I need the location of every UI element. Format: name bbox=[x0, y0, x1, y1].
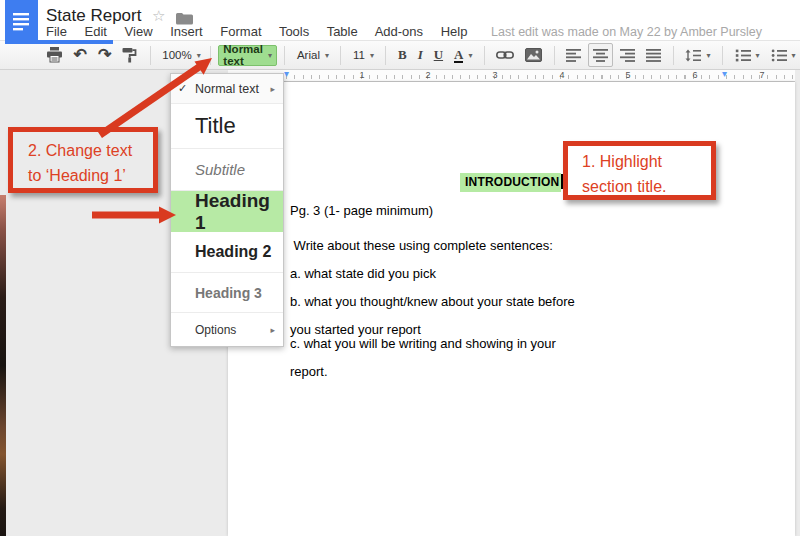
chevron-down-icon: ▾ bbox=[370, 51, 374, 60]
toolbar-separator bbox=[340, 46, 341, 65]
desktop-edge bbox=[0, 195, 6, 536]
chevron-down-icon: ▾ bbox=[706, 51, 710, 60]
ruler-number: 1 bbox=[359, 70, 364, 80]
highlighted-heading[interactable]: INTRODUCTION bbox=[460, 173, 561, 192]
ruler-number: 5 bbox=[625, 70, 630, 80]
annotation-step2: 2. Change text to ‘Heading 1’ bbox=[8, 127, 158, 193]
redo-button[interactable]: ↷ bbox=[94, 43, 115, 67]
font-family-select[interactable]: Arial ▾ bbox=[293, 43, 333, 67]
ruler-ticks bbox=[228, 75, 795, 79]
toolbar-separator bbox=[150, 46, 151, 65]
doc-text-line[interactable]: Write about these using complete sentenc… bbox=[290, 238, 553, 253]
paint-roller-icon bbox=[122, 47, 138, 63]
menu-view[interactable]: View bbox=[125, 24, 153, 39]
bold-button[interactable]: B bbox=[394, 43, 411, 67]
align-left-button[interactable] bbox=[562, 43, 585, 67]
undo-icon: ↶ bbox=[74, 47, 87, 63]
annotation-step1: 1. Highlight section title. bbox=[563, 141, 716, 200]
align-right-button[interactable] bbox=[616, 43, 639, 67]
chevron-down-icon: ▾ bbox=[325, 51, 329, 60]
line-spacing-icon bbox=[685, 49, 701, 62]
style-option-normal-text[interactable]: ✓ Normal text ▸ bbox=[171, 74, 283, 104]
chevron-down-icon: ▾ bbox=[268, 51, 272, 60]
menu-addons[interactable]: Add-ons bbox=[375, 24, 423, 39]
numbered-list-button[interactable]: ▾ bbox=[731, 43, 764, 67]
image-icon bbox=[525, 48, 542, 62]
numbered-list-icon bbox=[735, 49, 751, 62]
ruler-number: 4 bbox=[559, 70, 564, 80]
print-button[interactable] bbox=[42, 43, 67, 67]
style-option-heading1[interactable]: Heading 1 bbox=[171, 191, 283, 232]
menu-edit[interactable]: Edit bbox=[85, 24, 107, 39]
menu-tools[interactable]: Tools bbox=[279, 24, 309, 39]
ruler[interactable]: 1 2 3 4 5 6 7 ▾ ▾ bbox=[228, 70, 795, 82]
style-option-options[interactable]: Options ▸ bbox=[171, 313, 283, 346]
undo-button[interactable]: ↶ bbox=[70, 43, 91, 67]
toolbar: ↶ ↷ 100% ▾ Normal text ▾ Arial ▾ 11 ▾ B … bbox=[0, 40, 800, 70]
redo-icon: ↷ bbox=[98, 47, 111, 63]
link-icon bbox=[496, 50, 514, 60]
document-title[interactable]: State Report bbox=[46, 6, 141, 26]
doc-text-line[interactable]: b. what you thought/knew about your stat… bbox=[290, 294, 575, 309]
ruler-number: 7 bbox=[759, 70, 764, 80]
print-icon bbox=[46, 47, 63, 63]
style-option-heading3[interactable]: Heading 3 bbox=[171, 273, 283, 313]
app-header: State Report ☆ File Edit View Insert For… bbox=[0, 0, 800, 40]
submenu-arrow-icon: ▸ bbox=[270, 84, 275, 94]
star-icon[interactable]: ☆ bbox=[152, 7, 165, 25]
insert-image-button[interactable] bbox=[521, 43, 546, 67]
bulleted-list-button[interactable]: ▾ bbox=[767, 43, 800, 67]
line-spacing-button[interactable]: ▾ bbox=[681, 43, 714, 67]
bulleted-list-icon bbox=[771, 49, 787, 62]
zoom-select[interactable]: 100% ▾ bbox=[158, 43, 202, 67]
docs-logo[interactable] bbox=[5, 0, 38, 44]
doc-text-line[interactable]: c. what you will be writing and showing … bbox=[290, 336, 556, 351]
menu-table[interactable]: Table bbox=[327, 24, 358, 39]
style-option-title[interactable]: Title bbox=[171, 104, 283, 149]
toolbar-separator bbox=[210, 46, 211, 65]
toolbar-separator bbox=[722, 46, 723, 65]
docs-logo-bar bbox=[5, 40, 113, 44]
justify-icon bbox=[646, 49, 661, 62]
ruler-number: 3 bbox=[492, 70, 497, 80]
menu-help[interactable]: Help bbox=[441, 24, 468, 39]
doc-text-line[interactable]: report. bbox=[290, 364, 328, 379]
underline-button[interactable]: U bbox=[430, 43, 447, 67]
align-left-icon bbox=[566, 49, 581, 62]
style-option-heading2[interactable]: Heading 2 bbox=[171, 232, 283, 273]
toolbar-separator bbox=[385, 46, 386, 65]
submenu-arrow-icon: ▸ bbox=[270, 325, 275, 335]
ruler-number: 6 bbox=[692, 70, 697, 80]
paint-format-button[interactable] bbox=[118, 43, 142, 67]
menu-insert[interactable]: Insert bbox=[170, 24, 203, 39]
doc-text-line[interactable]: you started your report bbox=[290, 322, 421, 337]
font-size-select[interactable]: 11 ▾ bbox=[349, 43, 378, 67]
doc-text-line[interactable]: a. what state did you pick bbox=[290, 266, 436, 281]
chevron-down-icon: ▾ bbox=[756, 51, 760, 60]
align-right-icon bbox=[620, 49, 635, 62]
toolbar-separator bbox=[484, 46, 485, 65]
align-center-button[interactable] bbox=[588, 43, 613, 67]
justify-button[interactable] bbox=[642, 43, 665, 67]
chevron-down-icon: ▾ bbox=[197, 51, 201, 60]
ruler-number: 2 bbox=[425, 70, 430, 80]
insert-link-button[interactable] bbox=[492, 43, 518, 67]
text-color-button[interactable]: A ▾ bbox=[450, 43, 476, 67]
paragraph-style-menu: ✓ Normal text ▸ Title Subtitle Heading 1… bbox=[170, 73, 284, 347]
toolbar-separator bbox=[284, 46, 285, 65]
toolbar-separator bbox=[673, 46, 674, 65]
paragraph-style-select[interactable]: Normal text ▾ bbox=[218, 45, 277, 66]
check-icon: ✓ bbox=[178, 82, 187, 95]
italic-button[interactable]: I bbox=[414, 43, 427, 67]
toolbar-separator bbox=[554, 46, 555, 65]
style-option-subtitle[interactable]: Subtitle bbox=[171, 149, 283, 191]
last-edit-status[interactable]: Last edit was made on May 22 by Amber Pu… bbox=[491, 25, 762, 39]
doc-text-line[interactable]: Pg. 3 (1- page minimum) bbox=[290, 203, 433, 218]
menu-file[interactable]: File bbox=[46, 24, 67, 39]
align-center-icon bbox=[593, 49, 608, 62]
menu-format[interactable]: Format bbox=[220, 24, 261, 39]
menubar: File Edit View Insert Format Tools Table… bbox=[46, 24, 762, 39]
chevron-down-icon: ▾ bbox=[468, 51, 472, 60]
chevron-down-icon: ▾ bbox=[792, 51, 796, 60]
